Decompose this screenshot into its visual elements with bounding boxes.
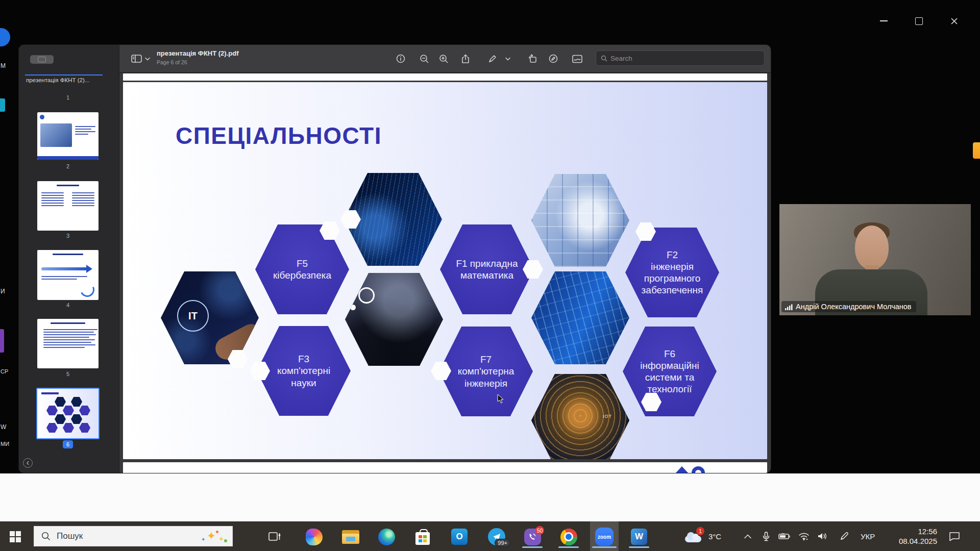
share-button[interactable] [459,53,472,65]
rotate-button[interactable] [526,53,539,65]
volume-tray-button[interactable] [815,521,830,551]
thumbnail-page-6-selected[interactable] [36,388,100,439]
participant-name: Андрій Олександрович Молчанов [796,303,912,311]
thumb-rows [41,274,92,281]
mini-hex [71,397,82,407]
mini-hex [71,414,82,424]
page-number-selected: 6 [63,440,73,448]
page-number: 5 [37,371,99,377]
taskbar-search-box[interactable]: Пошук ✦ ✦ ✦ [34,526,233,546]
search-placeholder: Search [610,55,632,62]
telegram-button[interactable]: 99+ [485,525,508,548]
next-slide-logo-shape [692,466,705,473]
outlook-button[interactable]: O [448,525,471,548]
thumbnail-page-4[interactable] [37,250,99,300]
viber-button[interactable]: 50 [521,525,544,548]
mini-hex [55,397,66,407]
search-placeholder: Пошук [57,531,201,541]
thumbnail-page-3[interactable] [37,181,99,231]
rotate-left-icon [528,54,537,63]
word-button[interactable]: W [627,525,651,548]
viber-badge: 50 [535,526,544,535]
page-indicator: Page 6 of 26 [157,59,187,65]
form-fill-button[interactable] [571,53,584,65]
view-menu-chevron[interactable] [144,53,151,65]
file-explorer-button[interactable] [339,525,362,548]
sparkle-icon: ✦ [201,537,205,542]
edge-icon [378,529,395,545]
zoom-out-button[interactable] [418,53,431,65]
page-5-bottom-edge [123,73,767,81]
weather-button[interactable]: 1 [683,521,703,551]
running-indicator [522,546,543,548]
copilot-button[interactable] [302,525,326,548]
desktop-label: СР [1,368,8,374]
zoom-in-button[interactable] [437,53,450,65]
window-controls-pill[interactable] [30,55,54,64]
sparkle-icon: ✦ [207,531,216,542]
page-number: 4 [37,302,99,308]
edge-button[interactable] [375,525,398,548]
microphone-icon [763,532,770,541]
windows-logo-icon [10,531,21,542]
start-button[interactable] [4,525,27,548]
document-scroll-area[interactable]: СПЕЦІАЛЬНОСТІ IT [119,73,771,473]
wifi-tray-button[interactable] [796,521,812,551]
draw-button[interactable] [547,53,560,65]
thumbnail-page-5[interactable] [37,319,99,368]
toolbar-search-field[interactable]: Search [596,51,765,66]
signature-icon [572,55,582,63]
hexagon-image-it-touch: IT [161,271,259,364]
weather-badge: 1 [696,527,704,535]
language-indicator[interactable]: УКР [861,521,875,551]
tray-overflow-button[interactable] [741,521,754,551]
task-view-button[interactable] [263,525,286,548]
it-ring: IT [177,300,209,332]
sidebar-toggle-button[interactable] [130,53,143,65]
zoom-app-button[interactable]: zoom [593,525,616,548]
windows-taskbar: Пошук ✦ ✦ ✦ [0,521,980,551]
iot-label: IOT [603,414,612,419]
pen-icon [840,532,849,541]
thumbnail-page-2[interactable] [37,112,99,160]
sidebar-divider [25,74,103,76]
pen-tray-button[interactable] [837,521,851,551]
running-indicator [558,546,579,548]
page-number: 1 [37,94,99,101]
next-slide-logo-shape [675,466,689,473]
mini-hex [46,423,58,433]
signal-bars-icon [785,304,793,310]
chevron-down-icon [145,57,150,61]
thumbnail-sidebar: презентація ФКНТ (2)... 1 2 [19,45,119,473]
hexagon-image-iot-sphere: IOT [531,374,629,459]
pdf-main-area: презентація ФКНТ (2).pdf Page 6 of 26 [119,45,771,473]
desktop-label: МИ [1,441,9,447]
markup-dropdown[interactable] [504,53,511,65]
sidebar-corner-button[interactable] [23,458,33,468]
clock-button[interactable]: 12:56 08.04.2025 [888,521,937,551]
pencil-circle-icon [549,54,558,63]
screen: M И СР W МИ презентація ФКНТ (2)... 1 [0,0,980,551]
chrome-button[interactable] [557,525,580,548]
markup-button[interactable] [486,53,499,65]
chevron-up-icon [744,534,751,539]
page-number: 2 [37,163,99,169]
microphone-tray-button[interactable] [760,521,773,551]
thumb-arrowhead [86,265,92,273]
page-number: 3 [37,233,99,239]
minimize-button[interactable] [872,12,895,30]
speaker-icon [818,532,828,540]
info-button[interactable] [394,53,407,65]
thumb-footer [37,156,99,160]
file-explorer-icon [342,530,359,544]
microsoft-store-button[interactable] [411,525,434,548]
battery-tray-button[interactable] [777,521,792,551]
desktop-background [0,473,980,521]
participant-head [855,226,889,269]
close-button[interactable] [942,12,966,30]
hexagon-f6-information-systems: F6 інформаційні системи та технології [623,327,717,416]
maximize-button[interactable] [907,12,930,30]
notification-center-button[interactable] [945,521,964,551]
sparkle-dot [216,531,218,533]
thumb-title-bar [41,392,59,394]
